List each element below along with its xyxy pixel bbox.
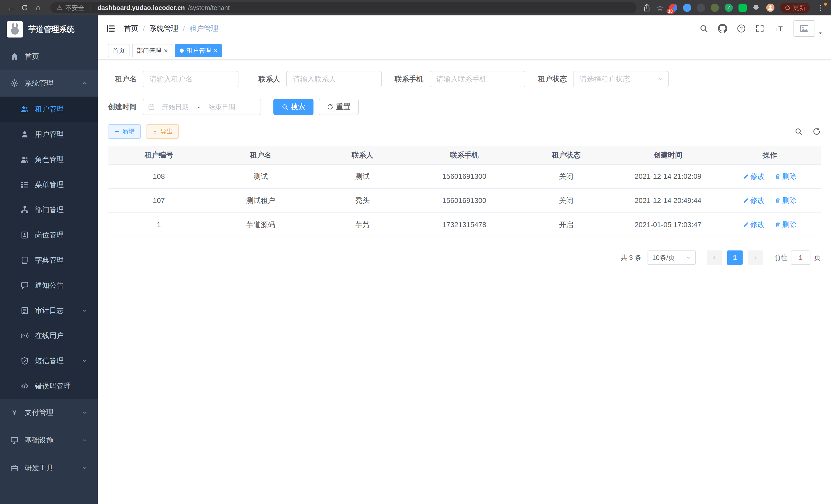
extension-icon-blue[interactable]	[683, 4, 691, 12]
prev-page-button[interactable]	[707, 250, 722, 265]
top-navbar: 首页 / 系统管理 / 租户管理	[98, 16, 831, 42]
search-button[interactable]: 搜索	[274, 99, 314, 115]
edit-link[interactable]: 修改	[743, 196, 765, 206]
sidebar-item-online-user[interactable]: 在线用户	[0, 323, 98, 348]
sidebar-item-label: 首页	[25, 52, 39, 61]
extension-icon-olive[interactable]	[711, 4, 719, 12]
status-select[interactable]: 请选择租户状态	[573, 71, 668, 87]
sidebar-item-home[interactable]: 首页	[0, 43, 98, 70]
extension-icon-stats[interactable]: 10	[669, 4, 677, 12]
breadcrumb-system[interactable]: 系统管理	[149, 24, 178, 33]
sidebar-item-dict[interactable]: 字典管理	[0, 248, 98, 273]
document-icon	[21, 306, 29, 315]
sidebar-item-dept[interactable]: 部门管理	[0, 197, 98, 223]
sidebar-item-system[interactable]: 系统管理	[0, 70, 98, 97]
logo[interactable]: 芋道管理系统	[0, 16, 98, 43]
page-number-1[interactable]: 1	[727, 250, 743, 265]
chevron-down-icon	[82, 410, 87, 415]
cell-status: 开启	[515, 213, 617, 237]
fullscreen-icon[interactable]	[755, 24, 764, 33]
share-icon[interactable]	[643, 4, 651, 12]
cell-status: 关闭	[515, 188, 617, 213]
chrome-update-label: 更新	[793, 4, 805, 12]
sidebar-item-pay[interactable]: ¥ 支付管理	[0, 399, 98, 426]
tag-tenant-active[interactable]: 租户管理 ×	[175, 44, 222, 57]
chevron-down-icon	[82, 308, 87, 314]
chrome-update-button[interactable]: 更新	[780, 3, 810, 13]
pencil-icon	[743, 222, 749, 228]
refresh-table-icon[interactable]	[812, 127, 821, 136]
breadcrumb-separator: /	[143, 24, 145, 33]
close-icon[interactable]: ×	[164, 47, 168, 54]
browser-back-icon[interactable]: ←	[5, 2, 18, 14]
browser-reload-icon[interactable]	[19, 2, 31, 14]
delete-link[interactable]: 删除	[775, 220, 797, 230]
badge-icon	[21, 231, 29, 239]
extension-icon-green-circle[interactable]: ✓	[725, 4, 733, 12]
sidebar-item-audit-log[interactable]: 审计日志	[0, 298, 98, 323]
breadcrumb-home[interactable]: 首页	[124, 24, 138, 33]
reset-button[interactable]: 重置	[319, 99, 359, 115]
toolbox-icon	[10, 464, 19, 472]
user-avatar-menu[interactable]	[794, 20, 823, 37]
sidebar-item-dev-tools[interactable]: 研发工具	[0, 454, 98, 482]
pencil-icon	[743, 198, 749, 203]
next-page-button[interactable]	[748, 250, 763, 265]
date-start-input[interactable]	[157, 103, 194, 111]
select-placeholder: 请选择租户状态	[580, 74, 630, 84]
cell-mobile: 17321315478	[413, 213, 515, 237]
date-end-input[interactable]	[203, 103, 240, 111]
sidebar-item-post[interactable]: 岗位管理	[0, 223, 98, 248]
cell-contact: 秃头	[312, 188, 413, 213]
browser-menu-icon[interactable]: ⋮	[815, 4, 826, 12]
extensions-puzzle-icon[interactable]	[752, 4, 761, 12]
sidebar-item-error-code[interactable]: 错误码管理	[0, 374, 98, 399]
mobile-input[interactable]	[430, 71, 525, 87]
bookmark-star-icon[interactable]: ☆	[657, 3, 663, 12]
toggle-search-icon[interactable]	[795, 127, 803, 136]
close-icon[interactable]: ×	[213, 47, 218, 54]
sidebar-item-menu[interactable]: 菜单管理	[0, 172, 98, 197]
delete-link[interactable]: 删除	[775, 196, 797, 206]
sidebar-toggle-icon[interactable]	[106, 24, 116, 33]
cell-status: 关闭	[515, 165, 617, 188]
edit-link[interactable]: 修改	[743, 172, 765, 181]
table-toolbar: 新增 导出	[108, 124, 821, 139]
extension-icon-green-square[interactable]	[739, 4, 747, 12]
goto-page-input[interactable]	[791, 250, 810, 265]
contact-input[interactable]	[286, 71, 382, 87]
sidebar-item-notice[interactable]: 通知公告	[0, 273, 98, 298]
sidebar-item-role[interactable]: 角色管理	[0, 147, 98, 172]
profile-avatar[interactable]	[766, 4, 774, 12]
shield-icon	[21, 357, 29, 365]
page-size-select[interactable]: 10条/页	[648, 250, 696, 265]
sidebar-item-tenant[interactable]: 租户管理	[0, 97, 98, 122]
address-bar[interactable]: ⚠ 不安全 | dashboard.yudao.iocoder.cn/syste…	[50, 2, 636, 13]
column-header: 租户名	[210, 146, 311, 165]
tenant-name-input[interactable]	[143, 71, 238, 87]
cell-contact: 测试	[312, 165, 413, 188]
delete-link[interactable]: 删除	[775, 172, 797, 181]
book-icon	[21, 256, 29, 264]
add-button[interactable]: 新增	[108, 124, 141, 139]
sidebar-item-user[interactable]: 用户管理	[0, 122, 98, 147]
tag-dept[interactable]: 部门管理 ×	[132, 44, 172, 57]
sidebar-item-infra[interactable]: 基础设施	[0, 426, 98, 454]
font-size-icon[interactable]	[774, 24, 784, 33]
search-icon[interactable]	[699, 24, 708, 33]
extension-icon-dark[interactable]	[697, 4, 705, 12]
github-icon[interactable]	[718, 24, 727, 33]
export-button[interactable]: 导出	[146, 124, 179, 139]
sidebar-item-label: 角色管理	[35, 155, 64, 165]
edit-link[interactable]: 修改	[743, 220, 765, 230]
help-icon[interactable]	[737, 24, 746, 33]
browser-home-icon[interactable]: ⌂	[32, 2, 44, 14]
sidebar-item-sms[interactable]: 短信管理	[0, 348, 98, 374]
filter-label: 创建时间	[108, 102, 137, 112]
date-range-picker[interactable]: -	[143, 99, 261, 115]
add-button-label: 新增	[122, 127, 135, 136]
tag-home[interactable]: 首页	[108, 44, 130, 57]
cell-created: 2021-12-14 21:02:09	[617, 165, 719, 188]
filter-row-2: 创建时间 - 搜索 重置	[108, 99, 821, 115]
chevron-up-icon	[82, 80, 87, 86]
